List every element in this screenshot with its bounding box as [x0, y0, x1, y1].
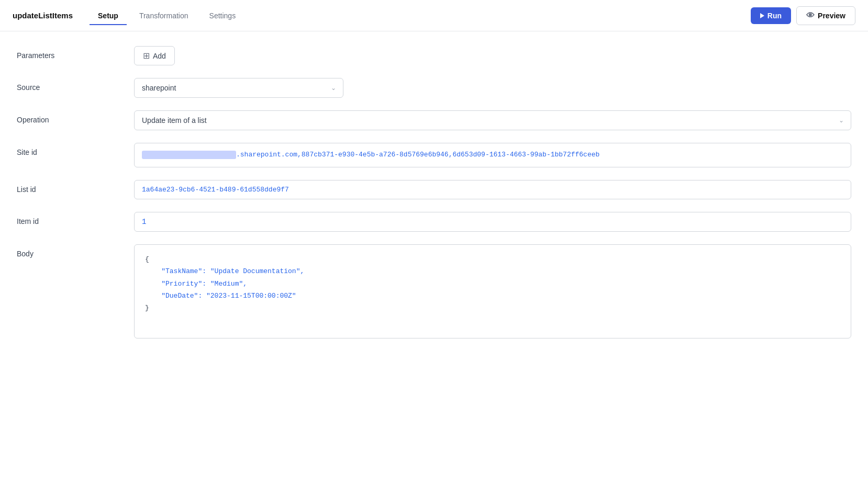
- parameters-row: Parameters ⊞ Add: [17, 46, 851, 65]
- source-select[interactable]: sharepointonedriveteams: [134, 78, 343, 98]
- site-id-row: Site id .sharepoint.com,887cb371-e930-4e…: [17, 143, 851, 167]
- source-row: Source sharepointonedriveteams ⌄: [17, 78, 851, 98]
- body-line-2: "Priority": "Medium",: [145, 280, 247, 288]
- main-content: Parameters ⊞ Add Source sharepointonedri…: [0, 31, 868, 366]
- item-id-input[interactable]: [134, 212, 851, 232]
- run-button[interactable]: Run: [751, 7, 791, 24]
- body-line-1: "TaskName": "Update Documentation",: [145, 267, 304, 275]
- plus-icon: ⊞: [143, 51, 150, 61]
- app-title: updateListItems: [13, 11, 73, 20]
- tab-setup[interactable]: Setup: [90, 7, 127, 25]
- preview-button[interactable]: 👁 Preview: [796, 6, 855, 25]
- site-id-redacted-block: [142, 151, 236, 159]
- tab-transformation[interactable]: Transformation: [131, 7, 197, 25]
- list-id-content: [134, 180, 851, 199]
- body-label: Body: [17, 244, 121, 258]
- tabs: Setup Transformation Settings: [90, 7, 734, 25]
- operation-row: Operation Update item of a listCreate it…: [17, 110, 851, 130]
- site-id-content: .sharepoint.com,887cb371-e930-4e5b-a726-…: [134, 143, 851, 167]
- header-actions: Run 👁 Preview: [751, 6, 855, 25]
- list-id-label: List id: [17, 180, 121, 194]
- body-line-3: "DueDate": "2023-11-15T00:00:00Z": [145, 292, 296, 300]
- play-icon: [760, 13, 764, 18]
- parameters-content: ⊞ Add: [134, 46, 851, 65]
- tab-settings[interactable]: Settings: [201, 7, 244, 25]
- list-id-input[interactable]: [134, 180, 851, 199]
- header: updateListItems Setup Transformation Set…: [0, 0, 868, 31]
- body-brace-close: }: [145, 304, 149, 312]
- eye-icon: 👁: [806, 11, 815, 20]
- operation-content: Update item of a listCreate itemDelete i…: [134, 110, 851, 130]
- operation-select-wrapper: Update item of a listCreate itemDelete i…: [134, 110, 851, 130]
- parameters-label: Parameters: [17, 46, 121, 60]
- body-brace-open: {: [145, 255, 149, 263]
- item-id-row: Item id: [17, 212, 851, 232]
- source-label: Source: [17, 78, 121, 92]
- source-select-wrapper: sharepointonedriveteams ⌄: [134, 78, 343, 98]
- operation-select[interactable]: Update item of a listCreate itemDelete i…: [134, 110, 851, 130]
- source-content: sharepointonedriveteams ⌄: [134, 78, 851, 98]
- body-row: Body { "TaskName": "Update Documentation…: [17, 244, 851, 338]
- body-content: { "TaskName": "Update Documentation", "P…: [134, 244, 851, 338]
- site-id-domain: .sharepoint.com,887cb371-e930-4e5b-a726-…: [236, 151, 599, 159]
- body-code-editor[interactable]: { "TaskName": "Update Documentation", "P…: [134, 244, 851, 338]
- item-id-label: Item id: [17, 212, 121, 225]
- site-id-box[interactable]: .sharepoint.com,887cb371-e930-4e5b-a726-…: [134, 143, 851, 167]
- item-id-content: [134, 212, 851, 232]
- site-id-label: Site id: [17, 143, 121, 156]
- list-id-row: List id: [17, 180, 851, 199]
- add-button[interactable]: ⊞ Add: [134, 46, 175, 65]
- operation-label: Operation: [17, 110, 121, 124]
